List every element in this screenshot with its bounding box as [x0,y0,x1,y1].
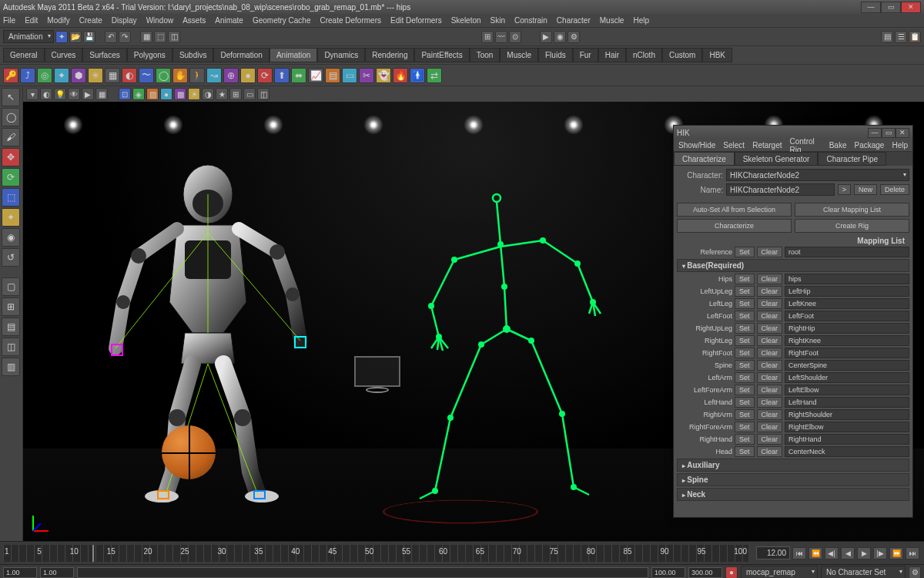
hik-menu-select[interactable]: Select [723,141,745,150]
mapping-clear-button[interactable]: Clear [757,360,783,371]
new-button[interactable]: New [854,184,877,195]
next-key-button[interactable]: |▶ [873,547,887,560]
shelf-joint-icon[interactable]: ◎ [37,68,52,83]
maximize-button[interactable]: ▭ [881,2,901,13]
hik-close-icon[interactable]: ✕ [896,128,909,138]
basketball[interactable] [162,425,216,479]
mapping-value[interactable]: LeftKnee [785,298,909,309]
section-neck[interactable]: Neck [677,488,909,501]
shelf-ghost-icon[interactable]: 👻 [376,68,391,83]
snap-point-icon[interactable]: ⊙ [509,31,521,43]
menu-muscle[interactable]: Muscle [600,16,624,25]
vp-wireframe-icon[interactable]: ▨ [146,88,159,100]
mapping-clear-button[interactable]: Clear [757,323,783,334]
paint-select-icon[interactable]: 🖌 [2,128,20,146]
mapping-set-button[interactable]: Set [735,298,755,309]
mapping-value[interactable]: RightHand [785,434,909,445]
mapping-clear-button[interactable]: Clear [757,348,783,358]
channel-box-icon[interactable]: ☰ [895,31,907,43]
anim-end-field[interactable]: 300.00 [688,567,722,578]
playback-end-field[interactable]: 100.00 [651,567,685,578]
vp-lighting-icon[interactable]: 💡 [54,88,66,100]
mapping-clear-button[interactable]: Clear [757,335,783,346]
shelf-tab-general[interactable]: General [3,48,45,62]
shelf-bake-icon[interactable]: 🔥 [393,68,408,83]
vp-panels-icon[interactable]: ▦ [95,88,108,100]
playback-prefs-icon[interactable]: ⚙ [909,566,921,579]
mapping-clear-button[interactable]: Clear [757,409,783,420]
shelf-sculpt-icon[interactable]: ✋ [172,68,188,83]
hik-menu-help[interactable]: Help [892,141,908,150]
hypershade-icon[interactable]: ◫ [2,338,20,356]
shelf-tab-hair[interactable]: Hair [598,48,626,62]
move-tool-icon[interactable]: ✥ [2,148,20,166]
shelf-tab-polygons[interactable]: Polygons [127,48,172,62]
forward-end-button[interactable]: ⏭ [906,547,919,560]
menu-constrain[interactable]: Constrain [514,16,547,25]
shelf-hik-icon[interactable]: 🚹 [410,68,425,83]
vp-show-icon[interactable]: 👁 [68,88,80,100]
name-input[interactable]: HIKCharacterNode2 [726,183,835,196]
single-view-icon[interactable]: ▢ [2,277,20,296]
shelf-tab-hbk[interactable]: HBK [702,48,732,62]
mapping-clear-button[interactable]: Clear [757,298,783,309]
play-back-button[interactable]: ◀ [841,547,855,560]
mapping-value[interactable]: RightHip [785,323,909,334]
vp-textured-icon[interactable]: ▩ [174,88,186,100]
mapping-set-button[interactable]: Set [735,360,755,371]
attr-editor-icon[interactable]: 📋 [909,31,921,43]
shelf-scale-icon[interactable]: ⬌ [291,68,306,83]
close-button[interactable]: ✕ [901,2,921,13]
four-view-icon[interactable]: ⊞ [2,297,20,316]
hik-menu-bake[interactable]: Bake [829,141,847,150]
characterize-button[interactable]: Characterize [677,219,792,233]
hik-tab-characterize[interactable]: Characterize [674,152,735,166]
shelf-tab-subdivs[interactable]: Subdivs [172,48,214,62]
shelf-parent-icon[interactable]: ⬆ [274,68,290,83]
mapping-value[interactable]: LeftHip [785,286,909,297]
mapping-clear-button[interactable]: Clear [757,372,783,383]
mapping-set-button[interactable]: Set [735,434,755,445]
rotate-tool-icon[interactable]: ⟳ [2,168,20,187]
lasso-tool-icon[interactable]: ◯ [2,108,20,126]
vp-shading-icon[interactable]: ◐ [40,88,52,100]
shelf-wire-icon[interactable]: 〜 [139,68,154,83]
shelf-tab-surfaces[interactable]: Surfaces [82,48,126,62]
mapping-clear-button[interactable]: Clear [757,422,783,432]
step-fwd-button[interactable]: ⏩ [889,547,903,560]
range-slider[interactable] [77,567,648,578]
shelf-lattice-icon[interactable]: ▦ [105,68,120,83]
shelf-pose-icon[interactable]: 🚶 [189,68,205,83]
hik-minimize-icon[interactable]: — [868,128,882,138]
persp-outliner-icon[interactable]: ▤ [2,318,20,336]
shelf-cluster-icon[interactable]: ✳ [88,68,103,83]
snap-curve-icon[interactable]: 〰 [495,31,507,43]
play-forward-button[interactable]: ▶ [857,547,871,560]
section-spine[interactable]: Spine [677,473,909,486]
persp-graph-icon[interactable]: ▥ [2,358,20,376]
manip-tool-icon[interactable]: ✦ [2,208,20,227]
menu-skeleton[interactable]: Skeleton [451,16,481,25]
mapping-set-button[interactable]: Set [735,323,755,334]
vp-film-gate-icon[interactable]: ▭ [243,88,256,100]
hik-tab-char-pipe[interactable]: Character Pipe [818,152,886,166]
hik-menu-package[interactable]: Package [855,141,885,150]
shelf-tab-animation[interactable]: Animation [270,48,317,62]
mapping-set-button[interactable]: Set [735,446,755,457]
menu-geocache[interactable]: Geometry Cache [253,16,311,25]
vp-smooth-icon[interactable]: ● [160,88,172,100]
menu-display[interactable]: Display [112,16,137,25]
mapping-set-button[interactable]: Set [735,286,755,297]
menu-create-deformers[interactable]: Create Deformers [320,16,381,25]
mapping-set-button[interactable]: Set [735,397,755,408]
menu-modify[interactable]: Modify [47,16,69,25]
minimize-button[interactable]: — [861,2,881,13]
menu-window[interactable]: Window [146,16,174,25]
undo-icon[interactable]: ↶ [105,31,117,43]
open-scene-icon[interactable]: 📂 [69,31,82,43]
mapping-clear-button[interactable]: Clear [757,286,783,297]
hik-menu-retarget[interactable]: Retarget [752,141,782,150]
shelf-tab-fur[interactable]: Fur [573,48,598,62]
mapping-set-button[interactable]: Set [735,348,755,358]
character-dropdown[interactable]: HIKCharacterNode2 [726,169,909,181]
